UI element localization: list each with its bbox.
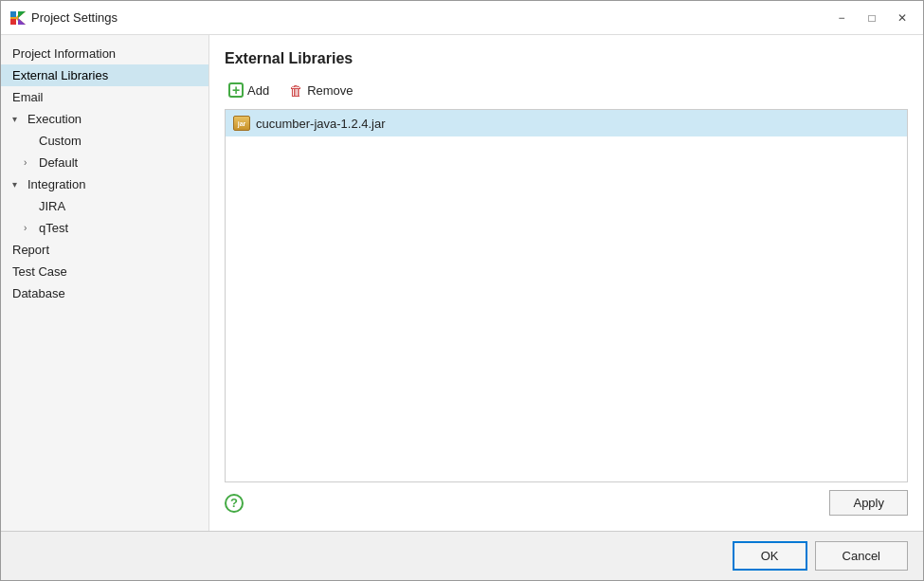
sidebar-item-label: Custom: [39, 134, 82, 148]
chevron-icon: ▾: [12, 114, 24, 124]
sidebar-item-label: Default: [39, 155, 78, 170]
sidebar-item-report[interactable]: Report: [1, 239, 208, 261]
ok-button[interactable]: OK: [733, 541, 807, 571]
sidebar-item-custom[interactable]: Custom: [1, 130, 208, 152]
sidebar-item-default[interactable]: ›Default: [1, 152, 208, 173]
remove-icon: 🗑: [288, 82, 303, 98]
remove-button[interactable]: 🗑 Remove: [284, 81, 356, 100]
chevron-icon: ›: [24, 223, 35, 233]
sidebar-item-integration[interactable]: ▾Integration: [1, 173, 208, 195]
library-list: jar cucumber-java-1.2.4.jar: [225, 109, 908, 482]
apply-button[interactable]: Apply: [829, 490, 908, 516]
sidebar-item-execution[interactable]: ▾Execution: [1, 108, 208, 130]
sidebar-item-database[interactable]: Database: [1, 282, 208, 304]
sidebar-item-qtest[interactable]: ›qTest: [1, 217, 208, 239]
sidebar-item-label: Execution: [27, 112, 82, 126]
sidebar: Project InformationExternal LibrariesEma…: [1, 35, 209, 531]
minimize-button[interactable]: −: [828, 7, 855, 29]
panel-title: External Libraries: [225, 50, 908, 67]
remove-label: Remove: [307, 83, 353, 98]
help-icon-label: ?: [230, 496, 238, 510]
panel-footer: ? Apply: [225, 482, 908, 516]
sidebar-item-project-information[interactable]: Project Information: [1, 43, 208, 64]
sidebar-item-label: External Libraries: [12, 68, 108, 82]
list-item[interactable]: jar cucumber-java-1.2.4.jar: [226, 110, 907, 136]
chevron-icon: ›: [24, 157, 35, 168]
content-area: Project InformationExternal LibrariesEma…: [1, 35, 923, 531]
sidebar-item-jira[interactable]: JIRA: [1, 195, 208, 217]
main-panel: External Libraries + Add 🗑 Remove jar: [209, 35, 923, 531]
title-bar: Project Settings − □ ✕: [1, 1, 923, 35]
library-name: cucumber-java-1.2.4.jar: [256, 117, 386, 131]
title-bar-text: Project Settings: [31, 10, 823, 25]
title-bar-controls: − □ ✕: [828, 7, 915, 29]
sidebar-item-label: Email: [12, 90, 44, 104]
sidebar-item-label: qTest: [39, 221, 68, 235]
sidebar-item-external-libraries[interactable]: External Libraries: [1, 64, 208, 86]
svg-marker-2: [10, 11, 16, 17]
sidebar-item-label: Database: [12, 286, 65, 300]
add-label: Add: [247, 83, 269, 98]
jar-icon: jar: [233, 115, 250, 132]
close-button[interactable]: ✕: [889, 7, 915, 29]
dialog-footer: OK Cancel: [1, 531, 923, 580]
app-logo-icon: [9, 9, 26, 27]
maximize-button[interactable]: □: [859, 7, 885, 29]
sidebar-item-label: JIRA: [39, 199, 65, 213]
help-icon[interactable]: ?: [225, 494, 244, 513]
add-button[interactable]: + Add: [225, 81, 273, 100]
sidebar-item-test-case[interactable]: Test Case: [1, 261, 208, 282]
cancel-button[interactable]: Cancel: [815, 541, 908, 571]
sidebar-item-label: Test Case: [12, 264, 67, 279]
sidebar-item-label: Project Information: [12, 46, 116, 61]
toolbar: + Add 🗑 Remove: [225, 81, 908, 100]
chevron-icon: ▾: [12, 179, 24, 190]
project-settings-dialog: Project Settings − □ ✕ Project Informati…: [0, 0, 924, 581]
add-icon: +: [228, 82, 244, 98]
sidebar-item-label: Integration: [27, 177, 85, 191]
sidebar-item-email[interactable]: Email: [1, 86, 208, 108]
svg-marker-3: [10, 19, 16, 25]
sidebar-item-label: Report: [12, 243, 49, 257]
